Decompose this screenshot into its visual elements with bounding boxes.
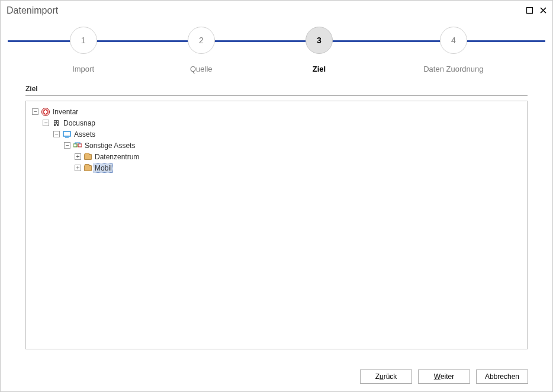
- wizard-step-zuordnung[interactable]: 4 Daten Zuordnung: [423, 27, 483, 73]
- svg-rect-0: [527, 7, 533, 13]
- titlebar: Datenimport: [1, 1, 552, 21]
- maximize-icon[interactable]: [526, 7, 533, 15]
- step-number: 2: [188, 27, 215, 54]
- step-label: Quelle: [190, 65, 213, 73]
- tree-label: Datenzentrum: [94, 153, 140, 161]
- next-button[interactable]: Weiter: [418, 369, 470, 384]
- step-number: 4: [440, 27, 467, 54]
- button-bar: Zurück Weiter Abbrechen: [360, 369, 528, 384]
- other-assets-icon: [73, 142, 82, 150]
- collapse-icon[interactable]: −: [64, 142, 70, 149]
- folder-icon: [84, 165, 92, 171]
- assets-icon: [63, 130, 71, 139]
- wizard-step-import[interactable]: 1 Import: [70, 27, 97, 73]
- section-divider: [25, 95, 528, 96]
- svg-rect-5: [57, 123, 58, 124]
- tree-node-docusnap[interactable]: − Docusnap: [30, 117, 523, 128]
- step-label: Import: [72, 65, 94, 73]
- collapse-icon[interactable]: −: [53, 131, 60, 137]
- tree-node-assets[interactable]: − Assets: [30, 128, 523, 140]
- wizard-steps: 1 Import 2 Quelle 3 Ziel 4 Daten Zuordnu…: [1, 27, 552, 80]
- collapse-icon[interactable]: −: [32, 108, 38, 115]
- folder-icon: [84, 154, 92, 160]
- expand-icon[interactable]: +: [75, 153, 81, 160]
- window-title: Datenimport: [7, 5, 526, 16]
- tree-label: Inventar: [52, 108, 79, 116]
- svg-rect-4: [54, 123, 56, 124]
- back-button[interactable]: Zurück: [360, 369, 412, 384]
- tree-node-datenzentrum[interactable]: + Datenzentrum: [30, 151, 523, 162]
- svg-rect-3: [57, 121, 58, 122]
- step-label: Daten Zuordnung: [423, 65, 483, 73]
- tree-node-mobil[interactable]: + Mobil: [30, 162, 523, 173]
- svg-rect-9: [73, 144, 77, 147]
- svg-rect-7: [63, 131, 70, 136]
- step-number: 1: [70, 27, 97, 54]
- section-title: Ziel: [1, 85, 552, 93]
- collapse-icon[interactable]: −: [43, 120, 49, 126]
- step-label: Ziel: [313, 65, 326, 73]
- svg-rect-6: [56, 124, 57, 126]
- tree-label: Mobil: [94, 163, 113, 173]
- expand-icon[interactable]: +: [75, 165, 81, 171]
- inventory-icon: [41, 108, 50, 116]
- close-icon[interactable]: [540, 7, 546, 15]
- tree-view[interactable]: − Inventar − Docusnap − Assets − Sonstig…: [25, 101, 528, 349]
- svg-rect-2: [54, 121, 56, 122]
- step-number: 3: [306, 27, 333, 54]
- tree-label: Docusnap: [62, 119, 97, 127]
- tree-label: Sonstige Assets: [83, 142, 136, 150]
- tree-node-sonstige-assets[interactable]: − Sonstige Assets: [30, 140, 523, 151]
- svg-rect-8: [65, 137, 69, 138]
- wizard-step-ziel[interactable]: 3 Ziel: [306, 27, 333, 73]
- window-controls: [526, 7, 546, 15]
- company-icon: [52, 119, 60, 127]
- wizard-step-quelle[interactable]: 2 Quelle: [188, 27, 215, 73]
- tree-node-inventar[interactable]: − Inventar: [30, 106, 523, 117]
- tree-label: Assets: [73, 130, 97, 139]
- cancel-button[interactable]: Abbrechen: [476, 369, 528, 384]
- svg-rect-10: [78, 144, 82, 147]
